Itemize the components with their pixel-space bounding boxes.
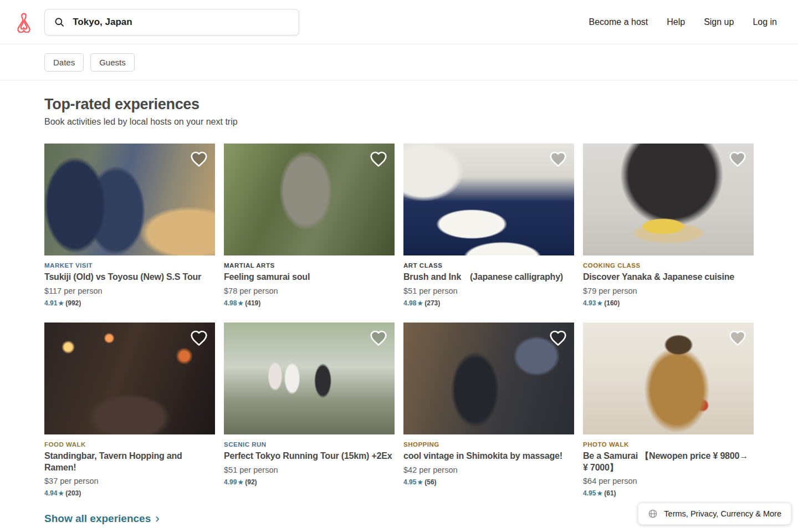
experience-price: $51 per person [224, 466, 395, 474]
experience-category: MARKET VISIT [44, 262, 215, 269]
experience-price: $117 per person [44, 287, 215, 295]
experience-price: $78 per person [224, 287, 395, 295]
experience-rating: 4.99★(92) [224, 478, 395, 486]
experience-photo[interactable] [403, 144, 574, 255]
experience-price: $64 per person [583, 477, 754, 485]
experience-photo[interactable] [583, 323, 754, 434]
review-count: (160) [604, 299, 620, 307]
experience-card[interactable]: ART CLASS Brush and Ink (Japanese callig… [403, 144, 574, 307]
heart-icon [729, 329, 746, 347]
experience-rating: 4.98★(273) [403, 299, 574, 307]
wishlist-heart-button[interactable] [549, 150, 567, 169]
review-count: (992) [65, 299, 81, 307]
wishlist-heart-button[interactable] [549, 329, 567, 348]
experience-category: PHOTO WALK [583, 441, 754, 448]
experience-card[interactable]: FOOD WALK Standingbar, Tavern Hopping an… [44, 323, 215, 498]
search-icon [54, 16, 65, 28]
experience-category: SCENIC RUN [224, 441, 395, 448]
nav-become-a-host[interactable]: Become a host [589, 17, 648, 27]
rating-value: 4.94 [44, 489, 57, 497]
rating-value: 4.95 [583, 489, 596, 497]
rating-value: 4.91 [44, 299, 57, 307]
experience-photo[interactable] [224, 323, 395, 434]
show-all-experiences-link[interactable]: Show all experiences › [44, 513, 160, 525]
experience-title: cool vintage in Shimokita by massage! [403, 451, 574, 462]
experience-rating: 4.93★(160) [583, 299, 754, 307]
experience-photo[interactable] [44, 144, 215, 255]
heart-icon [549, 329, 567, 347]
heart-icon [190, 329, 208, 347]
review-count: (56) [424, 478, 436, 486]
guests-filter-button[interactable]: Guests [90, 53, 135, 71]
page-subtitle: Book activities led by local hosts on yo… [44, 117, 754, 127]
experience-card[interactable]: SHOPPING cool vintage in Shimokita by ma… [403, 323, 574, 498]
legal-options-button[interactable]: Terms, Privacy, Currency & More [638, 503, 791, 525]
experience-card[interactable]: MARKET VISIT Tsukiji (Old) vs Toyosu (Ne… [44, 144, 215, 307]
wishlist-heart-button[interactable] [190, 329, 208, 348]
review-count: (61) [604, 489, 616, 497]
heart-icon [370, 150, 387, 168]
experience-card[interactable]: MARTIAL ARTS Feeling samurai soul $78 pe… [224, 144, 395, 307]
heart-icon [549, 150, 567, 168]
wishlist-heart-button[interactable] [728, 150, 747, 169]
legal-options-label: Terms, Privacy, Currency & More [664, 509, 781, 518]
review-count: (203) [65, 489, 81, 497]
search-input[interactable] [73, 17, 290, 28]
experience-price: $79 per person [583, 287, 754, 295]
star-icon: ★ [417, 479, 423, 485]
star-icon: ★ [597, 300, 602, 306]
star-icon: ★ [597, 490, 602, 497]
experience-category: COOKING CLASS [583, 262, 754, 269]
experience-photo[interactable] [44, 323, 215, 434]
experience-rating: 4.95★(61) [583, 489, 754, 497]
globe-icon [648, 509, 658, 519]
star-icon: ★ [238, 300, 243, 306]
star-icon: ★ [238, 479, 243, 485]
experience-category: MARTIAL ARTS [224, 262, 395, 269]
chevron-right-icon: › [155, 513, 159, 525]
experience-photo[interactable] [224, 144, 395, 255]
search-box[interactable] [44, 9, 299, 35]
wishlist-heart-button[interactable] [190, 150, 208, 169]
wishlist-heart-button[interactable] [369, 150, 388, 169]
star-icon: ★ [417, 300, 423, 306]
experience-category: ART CLASS [403, 262, 574, 269]
show-all-label: Show all experiences [44, 513, 151, 525]
experience-rating: 4.91★(992) [44, 299, 215, 307]
experience-photo[interactable] [403, 323, 574, 434]
heart-icon [190, 150, 208, 168]
wishlist-heart-button[interactable] [728, 329, 747, 348]
heart-icon [729, 150, 746, 168]
dates-filter-button[interactable]: Dates [44, 53, 84, 71]
experience-rating: 4.94★(203) [44, 489, 215, 497]
main-content: Top-rated experiences Book activities le… [0, 80, 798, 525]
header-nav: Become a host Help Sign up Log in [589, 17, 785, 27]
page-title: Top-rated experiences [44, 96, 754, 113]
rating-value: 4.98 [224, 299, 237, 307]
experience-price: $51 per person [403, 287, 574, 295]
airbnb-logo-icon[interactable] [13, 12, 34, 33]
star-icon: ★ [58, 490, 64, 497]
experience-card[interactable]: COOKING CLASS Discover Yanaka & Japanese… [583, 144, 754, 307]
wishlist-heart-button[interactable] [369, 329, 388, 348]
experience-price: $42 per person [403, 466, 574, 474]
review-count: (419) [245, 299, 260, 307]
heart-icon [370, 329, 387, 347]
experience-card[interactable]: SCENIC RUN Perfect Tokyo Running Tour (1… [224, 323, 395, 498]
nav-sign-up[interactable]: Sign up [704, 17, 734, 27]
experience-card[interactable]: PHOTO WALK Be a Samurai 【Newopen price ¥… [583, 323, 754, 498]
filter-bar: Dates Guests [0, 44, 798, 80]
top-header: Become a host Help Sign up Log in [0, 0, 798, 44]
nav-help[interactable]: Help [667, 17, 685, 27]
experience-title: Standingbar, Tavern Hopping and Ramen! [44, 451, 215, 474]
nav-log-in[interactable]: Log in [753, 17, 777, 27]
experience-title: Be a Samurai 【Newopen price ¥ 9800→ ¥ 70… [583, 451, 754, 474]
experience-category: FOOD WALK [44, 441, 215, 448]
experience-title: Brush and Ink (Japanese calligraphy) [403, 272, 574, 283]
experience-photo[interactable] [583, 144, 754, 255]
experience-title: Feeling samurai soul [224, 272, 395, 283]
rating-value: 4.93 [583, 299, 596, 307]
experience-price: $37 per person [44, 477, 215, 485]
rating-value: 4.95 [403, 478, 416, 486]
experience-rating: 4.98★(419) [224, 299, 395, 307]
